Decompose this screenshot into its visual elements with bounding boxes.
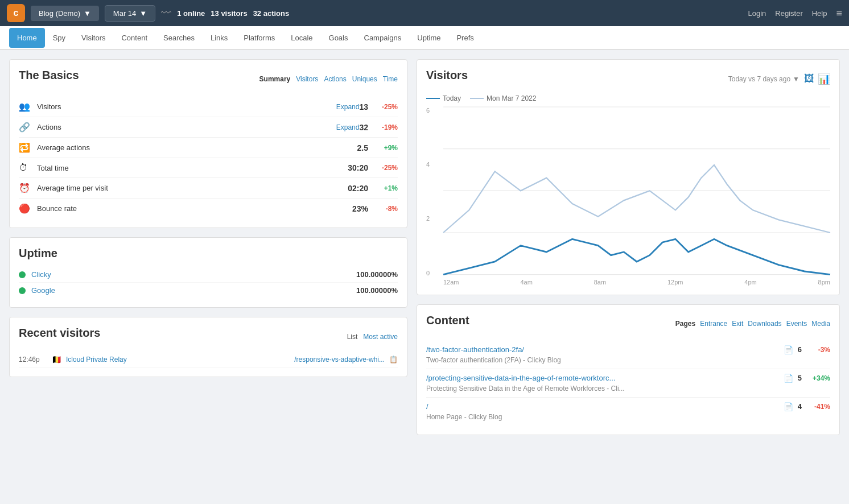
top-nav-right: Login Register Help ≡ [748,7,843,19]
x-label-12pm: 12pm [667,279,683,286]
rv-page-link[interactable]: /responsive-vs-adaptive-whi... [294,356,385,363]
rv-tab-most-active[interactable]: Most active [363,333,398,341]
hamburger-icon[interactable]: ≡ [836,7,842,19]
clicky-uptime-link[interactable]: Clicky [31,270,356,279]
login-link[interactable]: Login [748,9,766,18]
top-nav: c Blog (Demo) ▼ Mar 14 ▼ 〰 1 online 13 v… [0,0,849,26]
recent-visitors-title: Recent visitors [19,327,100,340]
visitors-count: 13 visitors [211,9,247,18]
site-selector-button[interactable]: Blog (Demo) ▼ [31,6,99,21]
basics-card: The Basics Summary Visitors Actions Uniq… [9,59,407,228]
nav-visitors[interactable]: Visitors [73,28,113,48]
content-row-3: / 📄 4 -41% Home Page - Clicky Blog [426,398,830,425]
content-stats-1: 📄 6 -3% [784,345,830,354]
x-label-4am: 4am [520,279,532,286]
nav-uptime[interactable]: Uptime [409,28,448,48]
x-label-12am: 12am [443,279,459,286]
basics-tabs: Summary Visitors Actions Uniques Time [259,75,398,83]
content-change-1: -3% [806,346,830,354]
nav-locale[interactable]: Locale [283,28,320,48]
chart-svg [443,107,830,275]
content-link-2[interactable]: /protecting-sensitive-data-in-the-age-of… [426,374,615,382]
avg-time-change: +1% [374,184,398,192]
nav-platforms[interactable]: Platforms [236,28,283,48]
content-page-icon-1: 📄 [784,345,793,354]
nav-goals[interactable]: Goals [321,28,356,48]
date-selector-button[interactable]: Mar 14 ▼ [105,5,155,22]
register-link[interactable]: Register [775,9,802,18]
visitors-chart-title: Visitors [426,69,468,82]
visitors-value: 13 [359,102,368,111]
content-link-3[interactable]: / [426,402,428,411]
nav-spy[interactable]: Spy [45,28,73,48]
date-arrow-icon: ▼ [139,9,147,18]
total-time-label: Total time [37,164,348,172]
basics-tab-summary[interactable]: Summary [259,75,291,83]
rv-visitor-link[interactable]: Icloud Private Relay [66,356,290,363]
content-tab-downloads[interactable]: Downloads [748,320,781,328]
basics-row-bounce: 🔴 Bounce rate 23% -8% [19,199,398,218]
basics-tab-uniques[interactable]: Uniques [352,75,377,83]
y-label-2: 2 [426,215,430,222]
content-tab-media[interactable]: Media [811,320,830,328]
nav-home[interactable]: Home [9,28,45,48]
avg-time-value: 02:20 [348,184,368,193]
actions-value: 32 [359,123,368,132]
rv-tab-list[interactable]: List [347,333,358,341]
compare-arrow-icon[interactable]: ▼ [793,75,799,83]
avg-actions-change: +9% [374,144,398,152]
legend-prev-label: Mon Mar 7 2022 [487,94,536,102]
content-page-icon-2: 📄 [784,374,793,383]
avg-actions-value: 2.5 [357,143,368,152]
right-column: Visitors Today vs 7 days ago ▼ 🖼 📊 Today [417,59,840,435]
help-link[interactable]: Help [812,9,827,18]
visitors-icon: 👥 [19,101,32,112]
y-label-0: 0 [426,270,430,276]
online-stat: 1 online [177,9,205,18]
avg-actions-icon: 🔁 [19,142,32,153]
content-tab-exit[interactable]: Exit [732,320,743,328]
content-row-1: /two-factor-authentication-2fa/ 📄 6 -3% … [426,341,830,369]
chart-y-labels: 6 4 2 0 [426,107,430,276]
content-row-3-top: / 📄 4 -41% [426,402,830,411]
content-title: Content [426,314,469,327]
chart-bar-view-icon[interactable]: 📊 [818,73,830,85]
main-layout: The Basics Summary Visitors Actions Uniq… [0,50,849,444]
clicky-status-dot [19,271,26,278]
content-tab-entrance[interactable]: Entrance [700,320,727,328]
site-label: Blog (Demo) [39,9,80,18]
basics-tab-visitors[interactable]: Visitors [296,75,318,83]
visitors-expand[interactable]: Expand [336,103,360,111]
nav-links[interactable]: Links [203,28,236,48]
uptime-row-google: Google 100.00000% [19,283,398,298]
content-tab-pages[interactable]: Pages [675,320,695,328]
content-desc-2: Protecting Sensitive Data in the Age of … [426,385,830,393]
nav-content[interactable]: Content [113,28,155,48]
legend-today-label: Today [443,94,461,102]
rv-flag: 🇧🇪 [52,355,61,364]
nav-searches[interactable]: Searches [155,28,203,48]
bounce-change: -8% [374,205,398,213]
trend-chart-icon[interactable]: 〰 [161,7,171,19]
logo-button[interactable]: c [7,4,25,22]
nav-prefs[interactable]: Prefs [448,28,481,48]
nav-campaigns[interactable]: Campaigns [356,28,410,48]
chart-image-export-icon[interactable]: 🖼 [804,73,814,85]
y-label-4: 4 [426,161,430,168]
site-arrow-icon: ▼ [84,9,91,18]
date-label: Mar 14 [113,9,136,18]
content-count-3: 4 [798,402,802,411]
legend-today-line [426,98,440,99]
content-header: Content Pages Entrance Exit Downloads Ev… [426,314,830,334]
google-uptime-value: 100.00000% [356,286,398,295]
basics-tab-time[interactable]: Time [383,75,398,83]
basics-tab-actions[interactable]: Actions [324,75,346,83]
content-stats-2: 📄 5 +34% [784,374,830,383]
google-uptime-link[interactable]: Google [31,286,356,295]
content-link-1[interactable]: /two-factor-authentication-2fa/ [426,345,524,354]
actions-expand[interactable]: Expand [336,123,360,131]
content-tab-events[interactable]: Events [786,320,807,328]
actions-count: 32 actions [253,9,290,18]
basics-row-avg-actions: 🔁 Average actions 2.5 +9% [19,138,398,158]
content-desc-1: Two-factor authentication (2FA) - Clicky… [426,356,830,364]
